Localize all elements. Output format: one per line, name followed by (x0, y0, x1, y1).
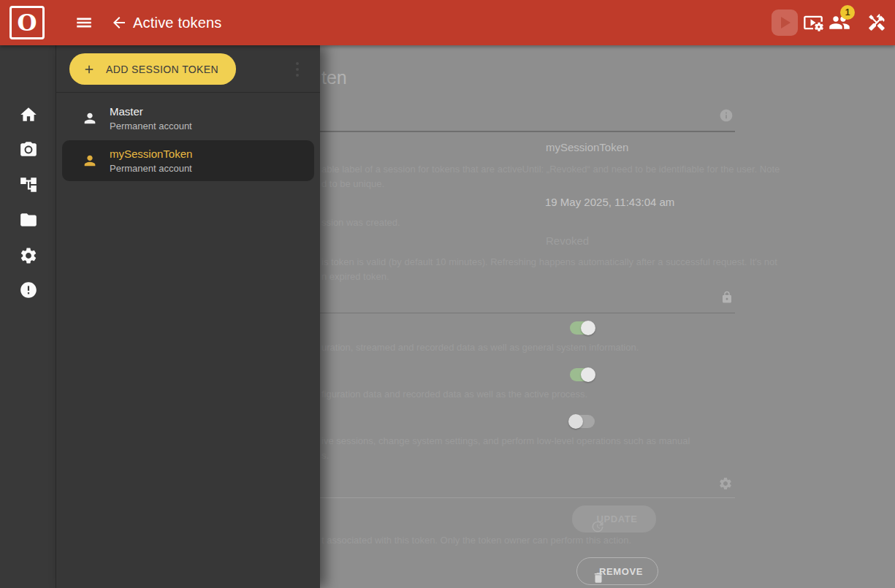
token-name-value: mySessionToken (546, 141, 628, 153)
created-value: 19 May 2025, 11:43:04 am (545, 196, 674, 208)
users-badge: 1 (840, 5, 855, 20)
camera-icon (19, 150, 38, 161)
remove-description: t associated with this token. Only the t… (321, 535, 631, 546)
gear-icon (19, 256, 38, 267)
add-session-token-label: ADD SESSION TOKEN (106, 64, 218, 75)
person-icon (82, 153, 98, 172)
plus-icon (83, 63, 96, 76)
menu-icon[interactable] (72, 14, 96, 31)
token-item-subtitle: Permanent account (110, 163, 192, 174)
active-tokens-screen: ten mySessionToken able label of a sessi… (0, 0, 895, 588)
person-icon (82, 110, 98, 129)
tools-icon[interactable] (866, 12, 888, 33)
home-icon (19, 115, 38, 126)
created-description: ssion was created. (321, 217, 400, 228)
field-underline (320, 313, 735, 313)
token-list-item-mysessiontoken[interactable]: mySessionToken Permanent account (62, 140, 314, 181)
admin-description-line1: ive sessions, change system settings, an… (321, 435, 690, 446)
label-description-line1: able label of a session for tokens that … (321, 164, 780, 175)
folder-icon (19, 221, 38, 232)
page-title: Active tokens (133, 0, 222, 45)
error-icon (19, 291, 38, 302)
active-until-value: Revoked (546, 234, 589, 247)
valid-description-line1: is token is valid (by default 10 minutes… (321, 256, 777, 267)
token-item-title: Master (110, 105, 143, 118)
read-access-toggle[interactable] (569, 321, 595, 335)
token-item-subtitle: Permanent account (110, 121, 192, 131)
drawer-menu-kebab-icon[interactable] (292, 56, 303, 83)
admin-access-toggle[interactable] (569, 415, 595, 428)
remove-button[interactable]: REMOVE (576, 557, 658, 585)
token-item-title: mySessionToken (110, 148, 192, 160)
sidebar-item-device-tree[interactable] (19, 175, 38, 194)
video-settings-icon[interactable] (802, 12, 824, 34)
valid-description-line2: n expired token. (321, 271, 389, 282)
play-button[interactable] (772, 9, 798, 36)
app-logo: O (9, 6, 45, 39)
play-icon (781, 17, 791, 28)
sidebar-item-home[interactable] (19, 105, 38, 124)
token-drawer: ADD SESSION TOKEN Master Permanent accou… (56, 45, 320, 588)
token-list: Master Permanent account mySessionToken … (56, 98, 320, 181)
page-title-fragment: ten (321, 67, 347, 88)
add-session-token-button[interactable]: ADD SESSION TOKEN (69, 53, 236, 85)
sidebar (0, 45, 56, 588)
sidebar-item-status[interactable] (19, 280, 38, 299)
write-access-toggle[interactable] (569, 368, 595, 381)
field-underline (320, 131, 735, 132)
write-description: figuration data and recorded data as wel… (321, 389, 587, 400)
label-description-line2: d to be unique. (321, 178, 384, 189)
back-arrow-icon[interactable] (109, 14, 129, 31)
token-list-item-master[interactable]: Master Permanent account (56, 98, 320, 139)
drawer-header: ADD SESSION TOKEN (56, 45, 320, 93)
edit-token-form-dimmed: ten mySessionToken able label of a sessi… (320, 45, 895, 588)
read-description: uration, streamed and recorded data as w… (321, 342, 639, 353)
app-bar: O Active tokens 1 (0, 0, 895, 45)
admin-description-line2: s. (321, 450, 329, 461)
remove-button-label: REMOVE (599, 566, 643, 577)
update-button[interactable]: UPDATE (572, 505, 656, 532)
sidebar-item-settings[interactable] (19, 246, 38, 265)
sidebar-item-camera[interactable] (19, 140, 38, 159)
field-underline (320, 497, 735, 498)
tree-icon (19, 186, 38, 196)
sidebar-item-files[interactable] (19, 210, 38, 229)
